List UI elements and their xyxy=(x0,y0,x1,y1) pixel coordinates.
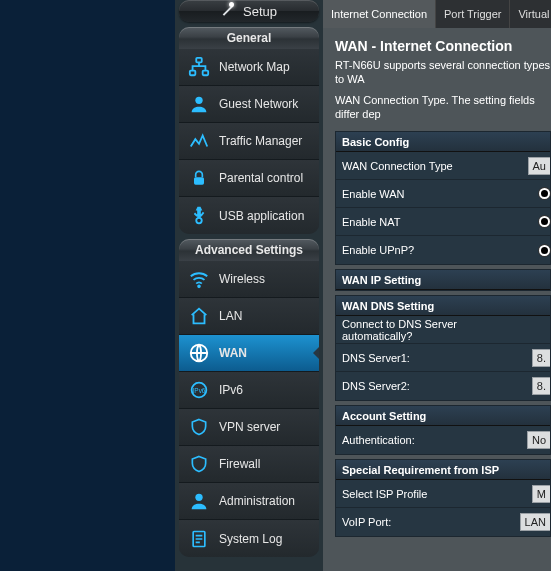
tab-virtual[interactable]: Virtual xyxy=(510,0,551,28)
row-label: Select ISP Profile xyxy=(336,488,526,500)
wireless-icon xyxy=(187,267,211,291)
sidebar: Setup General Network Map xyxy=(175,0,323,571)
row-dns2: DNS Server2: 8. xyxy=(336,372,550,400)
firewall-icon xyxy=(187,452,211,476)
wan-icon xyxy=(187,341,211,365)
network-map-icon xyxy=(187,55,211,79)
sidebar-item-guest-network[interactable]: Guest Network xyxy=(179,86,319,123)
row-label: WAN Connection Type xyxy=(336,160,526,172)
row-label: DNS Server1: xyxy=(336,352,526,364)
nav-general: Network Map Guest Network Traffic Manage… xyxy=(179,49,319,234)
ipv6-icon: IPv6 xyxy=(187,378,211,402)
nav-advanced: Wireless LAN WAN xyxy=(179,261,319,557)
row-enable-wan: Enable WAN xyxy=(336,180,550,208)
section-header: WAN DNS Setting xyxy=(336,296,550,316)
row-label: Enable WAN xyxy=(336,188,526,200)
sidebar-item-label: Wireless xyxy=(219,272,265,286)
section-header: WAN IP Setting xyxy=(336,270,550,290)
row-label: VoIP Port: xyxy=(336,516,520,528)
left-margin xyxy=(0,0,175,571)
sidebar-item-vpn-server[interactable]: VPN server xyxy=(179,409,319,446)
page-desc-line2: WAN Connection Type. The setting fields … xyxy=(335,93,551,122)
usb-icon xyxy=(187,204,211,228)
sidebar-item-traffic-manager[interactable]: Traffic Manager xyxy=(179,123,319,160)
sidebar-item-label: Traffic Manager xyxy=(219,134,302,148)
administration-icon xyxy=(187,489,211,513)
sidebar-item-label: Network Map xyxy=(219,60,290,74)
isp-profile-select[interactable]: M xyxy=(532,485,550,503)
advanced-header: Advanced Settings xyxy=(179,239,319,261)
sidebar-item-label: Administration xyxy=(219,494,295,508)
radio-yes[interactable] xyxy=(539,188,550,199)
row-label: DNS Server2: xyxy=(336,380,526,392)
row-dns1: DNS Server1: 8. xyxy=(336,344,550,372)
row-wan-connection-type: WAN Connection Type Au xyxy=(336,152,550,180)
row-enable-upnp: Enable UPnP? xyxy=(336,236,550,264)
svg-point-3 xyxy=(195,97,202,104)
sidebar-item-wireless[interactable]: Wireless xyxy=(179,261,319,298)
row-label: Connect to DNS Server automatically? xyxy=(336,318,526,342)
row-voip-port: VoIP Port: LAN xyxy=(336,508,550,536)
svg-text:IPv6: IPv6 xyxy=(193,387,206,394)
sidebar-item-label: System Log xyxy=(219,532,282,546)
row-label: Enable NAT xyxy=(336,216,526,228)
tab-internet-connection[interactable]: Internet Connection xyxy=(323,0,436,28)
traffic-manager-icon xyxy=(187,129,211,153)
general-header: General xyxy=(179,27,319,49)
sidebar-item-parental-control[interactable]: Parental control xyxy=(179,160,319,197)
row-dns-auto: Connect to DNS Server automatically? xyxy=(336,316,550,344)
section-header: Basic Config xyxy=(336,132,550,152)
dns1-input[interactable]: 8. xyxy=(532,349,550,367)
section-isp: Special Requirement from ISP Select ISP … xyxy=(335,459,551,537)
section-account: Account Setting Authentication: No xyxy=(335,405,551,455)
section-wan-ip: WAN IP Setting xyxy=(335,269,551,291)
sidebar-item-label: Firewall xyxy=(219,457,260,471)
page-title: WAN - Internet Connection xyxy=(335,38,551,54)
setup-label: Setup xyxy=(243,4,277,19)
auth-select[interactable]: No xyxy=(527,431,550,449)
svg-rect-1 xyxy=(190,71,196,76)
sidebar-item-label: LAN xyxy=(219,309,242,323)
row-label: Enable UPnP? xyxy=(336,244,526,256)
sidebar-item-label: USB application xyxy=(219,209,304,223)
svg-rect-0 xyxy=(196,58,202,63)
sidebar-item-system-log[interactable]: System Log xyxy=(179,520,319,557)
wand-icon xyxy=(221,4,235,18)
wan-type-select[interactable]: Au xyxy=(528,157,550,175)
sidebar-item-label: Parental control xyxy=(219,171,303,185)
vpn-icon xyxy=(187,415,211,439)
lan-icon xyxy=(187,304,211,328)
sidebar-item-administration[interactable]: Administration xyxy=(179,483,319,520)
svg-rect-2 xyxy=(203,71,209,76)
voip-port-select[interactable]: LAN xyxy=(520,513,550,531)
sidebar-item-lan[interactable]: LAN xyxy=(179,298,319,335)
sidebar-item-ipv6[interactable]: IPv6 IPv6 xyxy=(179,372,319,409)
sidebar-item-network-map[interactable]: Network Map xyxy=(179,49,319,86)
dns2-input[interactable]: 8. xyxy=(532,377,550,395)
sidebar-item-label: VPN server xyxy=(219,420,280,434)
section-header: Account Setting xyxy=(336,406,550,426)
setup-button[interactable]: Setup xyxy=(179,0,319,22)
sidebar-item-label: IPv6 xyxy=(219,383,243,397)
sidebar-item-label: Guest Network xyxy=(219,97,298,111)
guest-network-icon xyxy=(187,92,211,116)
svg-rect-4 xyxy=(194,177,204,185)
tab-port-trigger[interactable]: Port Trigger xyxy=(436,0,510,28)
sidebar-item-wan[interactable]: WAN xyxy=(179,335,319,372)
section-basic-config: Basic Config WAN Connection Type Au Enab… xyxy=(335,131,551,265)
parental-control-icon xyxy=(187,166,211,190)
section-header: Special Requirement from ISP xyxy=(336,460,550,480)
sidebar-item-usb-application[interactable]: USB application xyxy=(179,197,319,234)
tab-bar: Internet Connection Port Trigger Virtual xyxy=(323,0,551,28)
section-wan-dns: WAN DNS Setting Connect to DNS Server au… xyxy=(335,295,551,401)
row-isp-profile: Select ISP Profile M xyxy=(336,480,550,508)
main-panel: Internet Connection Port Trigger Virtual… xyxy=(323,0,551,571)
row-auth: Authentication: No xyxy=(336,426,550,454)
svg-point-9 xyxy=(195,494,202,501)
sidebar-item-firewall[interactable]: Firewall xyxy=(179,446,319,483)
row-enable-nat: Enable NAT xyxy=(336,208,550,236)
radio-yes[interactable] xyxy=(539,216,550,227)
radio-yes[interactable] xyxy=(539,245,550,256)
system-log-icon xyxy=(187,527,211,551)
svg-point-5 xyxy=(198,285,200,287)
